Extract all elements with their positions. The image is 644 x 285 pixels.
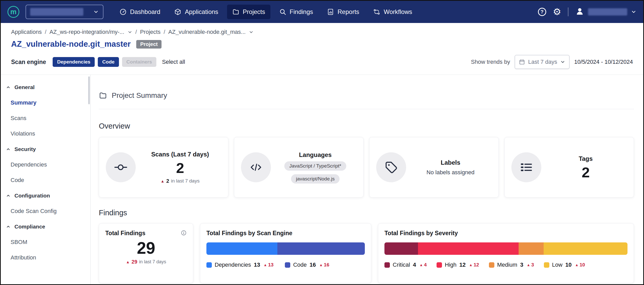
- show-trends-by-label: Show trends by: [471, 59, 510, 65]
- language-chip: javascript/Node.js: [291, 174, 340, 184]
- labels-empty-text: No labels assigned: [426, 169, 474, 176]
- legend-delta-value: 16: [324, 262, 329, 268]
- chevron-down-icon[interactable]: [249, 30, 254, 35]
- legend-value: 10: [565, 262, 571, 268]
- chevron-down-icon: [560, 59, 565, 65]
- scan-node-icon: [106, 152, 136, 182]
- legend-item-critical: Critical 4 ▲4: [384, 262, 427, 268]
- item-label: Violations: [11, 130, 35, 137]
- sidebar-section-general[interactable]: General: [1, 80, 90, 95]
- user-menu[interactable]: [575, 7, 637, 17]
- section-label: Configuration: [14, 193, 50, 199]
- nav-item-dashboard[interactable]: Dashboard: [114, 5, 165, 19]
- sidebar-item-code[interactable]: Code: [1, 172, 90, 188]
- nav-label: Applications: [185, 8, 218, 15]
- sidebar-section-compliance[interactable]: Compliance: [1, 219, 90, 234]
- tag-icon: [376, 152, 406, 182]
- tags-card: Tags 2: [504, 137, 634, 197]
- legend-trend: ▲3: [527, 262, 534, 268]
- engine-pill-dependencies[interactable]: Dependencies: [53, 57, 95, 67]
- languages-card: Languages JavaScript / TypeScript* javas…: [234, 137, 364, 197]
- help-button[interactable]: ?: [538, 8, 546, 16]
- card-title: Total Findings: [105, 230, 145, 237]
- workspace-selector[interactable]: [26, 5, 103, 19]
- legend-label: Medium: [497, 262, 517, 268]
- main-content: Project Summary Overview Scans (Last 7 d…: [91, 75, 643, 284]
- sidebar-item-scans[interactable]: Scans: [1, 110, 90, 126]
- legend-label: Code: [293, 262, 307, 268]
- sidebar-item-code-scan-config[interactable]: Code Scan Config: [1, 203, 90, 219]
- calendar-icon: [519, 59, 525, 65]
- legend-trend: ▲13: [263, 262, 273, 268]
- card-title: Tags: [579, 155, 593, 162]
- sidebar-section-configuration[interactable]: Configuration: [1, 188, 90, 203]
- nav-item-applications[interactable]: Applications: [169, 5, 223, 19]
- help-icon: ?: [541, 9, 544, 15]
- section-label: General: [14, 84, 35, 90]
- breadcrumb-separator: /: [135, 29, 137, 35]
- labels-card-body: Labels No labels assigned: [409, 159, 492, 176]
- person-icon: [575, 7, 584, 16]
- total-findings-card: Total Findings 29 ▲ 29 in last 7 days: [99, 223, 193, 283]
- breadcrumb-project-name[interactable]: AZ_vulnerable-node.git_mas...: [168, 29, 246, 35]
- sidebar-scrollbar[interactable]: [88, 76, 90, 104]
- card-title: Total Findings by Scan Engine: [206, 230, 292, 236]
- section-label: Security: [14, 146, 36, 152]
- sidebar-item-dependencies[interactable]: Dependencies: [1, 157, 90, 172]
- breadcrumb-application-name[interactable]: AZ_ws-repo-integration/my-...: [50, 29, 124, 35]
- scans-card: Scans (Last 7 days) 2 ▲ 2 in last 7 days: [99, 137, 228, 197]
- legend-delta-value: 13: [268, 262, 273, 268]
- legend-swatch: [206, 262, 212, 268]
- findings-heading: Findings: [99, 208, 634, 217]
- scans-card-body: Scans (Last 7 days) 2 ▲ 2 in last 7 days: [139, 151, 221, 184]
- legend-trend: ▲12: [469, 262, 479, 268]
- trend-up-icon: ▲: [575, 263, 578, 267]
- chevron-down-icon[interactable]: [127, 30, 132, 35]
- chevron-down-icon: [93, 9, 99, 15]
- legend-swatch: [384, 262, 390, 268]
- legend-label: High: [445, 262, 456, 268]
- legend-value: 4: [413, 262, 416, 268]
- legend-trend: ▲10: [575, 262, 585, 268]
- trend-up-icon: ▲: [469, 263, 473, 267]
- legend-delta-value: 4: [424, 262, 427, 268]
- cube-icon: [174, 8, 181, 15]
- nav-item-workflows[interactable]: Workflows: [368, 5, 417, 19]
- sidebar-item-attribution[interactable]: Attribution: [1, 250, 90, 265]
- trend-range-dropdown[interactable]: Last 7 days: [515, 55, 570, 69]
- legend-value: 12: [459, 262, 465, 268]
- language-chips: JavaScript / TypeScript* javascript/Node…: [284, 161, 346, 184]
- trend-up-icon: ▲: [161, 179, 165, 183]
- overview-cards: Scans (Last 7 days) 2 ▲ 2 in last 7 days…: [99, 137, 634, 197]
- username-redacted: [588, 8, 627, 15]
- settings-button[interactable]: ⚙: [553, 7, 561, 17]
- sidebar-item-violations[interactable]: Violations: [1, 126, 90, 141]
- nav-item-findings[interactable]: Findings: [274, 5, 318, 19]
- nav-item-reports[interactable]: Reports: [322, 5, 364, 19]
- folder-icon: [99, 91, 107, 100]
- divider: [568, 7, 568, 16]
- trend-up-icon: ▲: [527, 263, 530, 267]
- item-label: Attribution: [11, 254, 36, 261]
- main-nav: Dashboard Applications Projects Findings…: [114, 5, 417, 19]
- sidebar-item-summary[interactable]: Summary: [1, 95, 90, 110]
- mend-logo[interactable]: m: [7, 6, 19, 18]
- select-all-link[interactable]: Select all: [162, 59, 185, 65]
- breadcrumb-applications[interactable]: Applications: [11, 29, 42, 35]
- bar-segment-code: [277, 242, 365, 255]
- nav-item-projects[interactable]: Projects: [227, 5, 270, 19]
- breadcrumb-projects[interactable]: Projects: [140, 29, 160, 35]
- legend-delta-value: 10: [579, 262, 585, 268]
- chevron-up-icon: [6, 193, 11, 198]
- total-findings-value: 29: [105, 240, 187, 257]
- app-window: m Dashboard Applications Projects Findin…: [0, 0, 644, 285]
- chevron-up-icon: [6, 147, 11, 152]
- sidebar-item-sbom[interactable]: SBOM: [1, 234, 90, 250]
- info-icon[interactable]: [181, 230, 187, 237]
- engine-pill-code[interactable]: Code: [98, 57, 119, 67]
- chevron-down-icon: [631, 9, 637, 15]
- trend-value: 29: [132, 259, 137, 265]
- legend-value: 13: [254, 262, 260, 268]
- sidebar-section-security[interactable]: Security: [1, 141, 90, 157]
- nav-label: Dashboard: [130, 8, 160, 15]
